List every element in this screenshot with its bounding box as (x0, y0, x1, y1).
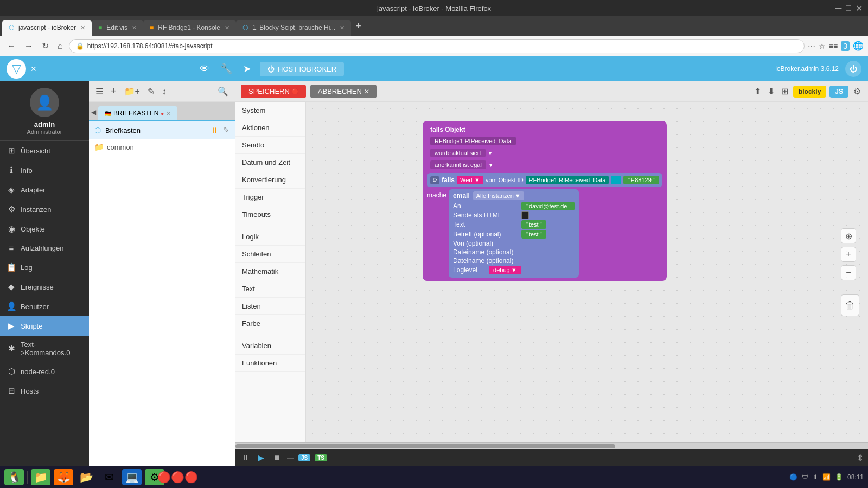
export-button[interactable]: ⬆ (752, 85, 763, 98)
email-block[interactable]: email Alle Instanzen ▼ (449, 189, 579, 278)
import-button[interactable]: ⬇ (766, 85, 776, 98)
bookmark-icon[interactable]: ☆ (819, 42, 826, 50)
add-script-button[interactable]: + (108, 85, 119, 98)
cancel-button[interactable]: ABBRECHEN ✕ (310, 85, 377, 98)
back-button[interactable]: ← (4, 40, 18, 53)
wrench-icon[interactable]: 🔧 (218, 61, 234, 77)
tab-javascript[interactable]: ⬡ javascript - ioBroker ✕ (2, 20, 92, 36)
hamburger-button[interactable]: ☰ (93, 85, 105, 98)
palette-funktionen[interactable]: Funktionen (235, 355, 305, 372)
equals-block[interactable]: = (611, 176, 621, 184)
maximize-icon[interactable]: □ (846, 3, 851, 14)
save-button[interactable]: SPEICHERN 🔴 (241, 85, 306, 98)
an-value-block[interactable]: " david@test.de " (521, 202, 575, 210)
tab-close-ev[interactable]: ✕ (132, 24, 137, 31)
sidebar-item-log[interactable]: 📋 Log (0, 258, 89, 277)
sidebar-item-objekte[interactable]: ◉ Objekte (0, 219, 89, 239)
sidebar-item-benutzer[interactable]: 👤 Benutzer (0, 297, 89, 316)
betreff-value-block[interactable]: " test " (521, 230, 546, 239)
canvas-center-button[interactable]: ⊕ (841, 228, 856, 243)
scrollbar-thumb[interactable] (235, 444, 615, 448)
horizontal-scrollbar[interactable] (235, 442, 868, 449)
tab-close-rf[interactable]: ✕ (225, 24, 229, 31)
extensions-icon[interactable]: ⋯ (808, 42, 815, 50)
host-button[interactable]: ⏻ HOST IOBROKER (260, 62, 344, 76)
palette-konvertierung[interactable]: Konvertierung (235, 171, 305, 189)
alle-instanzen-dropdown[interactable]: Alle Instanzen ▼ (473, 191, 524, 200)
palette-datumund[interactable]: Datum und Zeit (235, 154, 305, 171)
script-pause-icon[interactable]: ⏸ (211, 126, 219, 134)
palette-logik[interactable]: Logik (235, 228, 305, 246)
home-button[interactable]: ⌂ (55, 40, 66, 53)
tab-blocky[interactable]: ⬡ 1. Blocky Scipt, brauche Hi... ✕ (236, 20, 351, 36)
edit-button[interactable]: ✎ (145, 85, 157, 98)
forward-button[interactable]: → (22, 40, 36, 53)
canvas-trash-button[interactable]: 🗑 (841, 294, 859, 316)
wert-block[interactable]: Wert ▼ (457, 176, 483, 184)
script-item-briefkasten[interactable]: ⬡ Briefkasten ⏸ ✎ (89, 121, 235, 139)
search-button[interactable]: 🔍 (215, 85, 231, 98)
bottom-js-tag[interactable]: JS (298, 454, 310, 461)
falls-inner-block[interactable]: ⚙ falls Wert ▼ vom Objekt ID RFBridge1 R… (427, 173, 662, 187)
sende-html-checkbox[interactable] (521, 211, 529, 219)
palette-trigger[interactable]: Trigger (235, 189, 305, 206)
text-value-block[interactable]: " test " (521, 220, 546, 229)
sort-button[interactable]: ↕ (160, 86, 169, 98)
sidebar-item-adapter[interactable]: ◈ Adapter (0, 180, 89, 200)
extension-icon[interactable]: 3 (841, 41, 850, 51)
sidebar-item-textkommandos[interactable]: ✱ Text->Kommandos.0 (0, 336, 89, 362)
palette-mathematik[interactable]: Mathematik (235, 263, 305, 280)
palette-sendto[interactable]: Sendto (235, 137, 305, 154)
palette-text[interactable]: Text (235, 280, 305, 298)
sidebar-item-uebersicht[interactable]: ⊞ Übersicht (0, 141, 89, 160)
script-tab-briefkasten[interactable]: 🇩🇪 BRIEFKASTEN ● ✕ (98, 106, 177, 120)
canvas-zoom-in-button[interactable]: + (841, 247, 856, 262)
shield-icon[interactable]: 🌐 (853, 41, 864, 51)
add-folder-button[interactable]: 📁+ (122, 85, 142, 98)
canvas-zoom-out-button[interactable]: − (841, 265, 856, 280)
blockly-button[interactable]: blockly (793, 86, 826, 98)
taskbar-files[interactable]: 📁 (31, 469, 50, 485)
palette-schleifen[interactable]: Schleifen (235, 246, 305, 263)
close-icon[interactable]: ✕ (856, 3, 863, 14)
visibility-icon[interactable]: 👁 (197, 61, 212, 77)
taskbar-folder[interactable]: 📂 (76, 469, 96, 485)
tab-editvis[interactable]: ■ Edit vis ✕ (92, 20, 143, 36)
bottom-ts-tag[interactable]: TS (315, 454, 327, 461)
settings-button[interactable]: ⚙ (852, 85, 863, 98)
bottom-play-btn[interactable]: ▶ (256, 452, 266, 463)
sidebar-close-button[interactable]: ✕ (30, 65, 37, 73)
sidebar-item-aufzaehlungen[interactable]: ≡ Aufzählungen (0, 239, 89, 258)
taskbar-firefox[interactable]: 🦊 (54, 469, 73, 485)
sidebar-item-instanzen[interactable]: ⚙ Instanzen (0, 200, 89, 219)
minimize-icon[interactable]: ─ (835, 3, 841, 14)
palette-timeouts[interactable]: Timeouts (235, 206, 305, 223)
back-arrow-icon[interactable]: ◀ (91, 108, 96, 116)
grid-button[interactable]: ⊞ (780, 85, 790, 98)
tab-close-bk[interactable]: ✕ (340, 24, 344, 31)
palette-listen[interactable]: Listen (235, 298, 305, 315)
bottom-stop-btn[interactable]: ⏹ (271, 452, 283, 463)
taskbar-email[interactable]: ✉ (99, 469, 119, 485)
sidebar-item-ereignisse[interactable]: ◆ Ereignisse (0, 277, 89, 297)
sidebar-item-info[interactable]: ℹ Info (0, 160, 89, 180)
rfbridge-id-block[interactable]: RFBridge1 RfReceived_Data (526, 176, 609, 184)
js-mode-button[interactable]: JS (829, 86, 848, 98)
palette-system[interactable]: System (235, 102, 305, 119)
taskbar-linux[interactable]: 🐧 (4, 469, 24, 485)
sync-icon[interactable]: ≡≡ (829, 42, 838, 50)
login-icon[interactable]: ➤ (241, 61, 253, 77)
palette-aktionen[interactable]: Aktionen (235, 119, 305, 137)
bottom-pause-btn[interactable]: ⏸ (240, 452, 252, 463)
bottom-expand-btn[interactable]: ⇕ (857, 453, 864, 463)
sidebar-item-hosts[interactable]: ⊟ Hosts (0, 381, 89, 401)
sidebar-item-nodered[interactable]: ⬡ node-red.0 (0, 362, 89, 381)
sidebar-item-skripte[interactable]: ▶ Skripte (0, 316, 89, 336)
topbar-power-btn[interactable]: ⏻ (845, 61, 861, 77)
folder-item-common[interactable]: 📁 common (89, 139, 235, 155)
tab-close-script[interactable]: ✕ (166, 110, 171, 117)
blockly-canvas[interactable]: falls Objekt RFBridge1 RfReceived_Data w… (306, 102, 868, 442)
taskbar-dots[interactable]: 🔴🔴🔴 (168, 469, 187, 485)
palette-variablen[interactable]: Variablen (235, 337, 305, 355)
value-block[interactable]: " E88129 " (623, 176, 659, 184)
